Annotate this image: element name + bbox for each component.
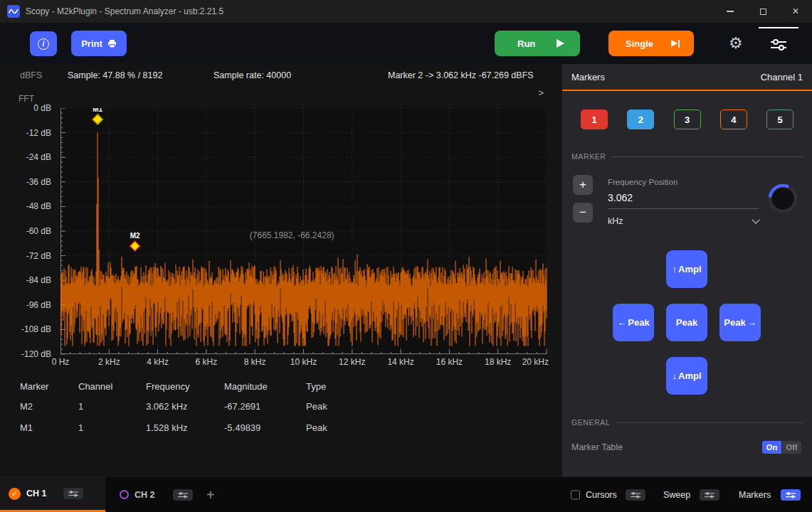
general-section-label: GENERAL xyxy=(571,418,610,427)
channel1-tab[interactable]: ✓ CH 1 xyxy=(0,477,105,512)
frequency-unit-value: kHz xyxy=(608,216,623,226)
peak-right-button[interactable]: Peak→ xyxy=(719,304,761,341)
sliders-icon xyxy=(705,491,715,498)
marker-table-off-button[interactable]: Off xyxy=(782,441,801,454)
x-tick-label: 12 kHz xyxy=(339,357,365,367)
svg-text:M1: M1 xyxy=(93,108,102,113)
arrow-right-icon: → xyxy=(747,317,756,328)
channel2-label: CH 2 xyxy=(135,490,154,500)
cursors-checkbox[interactable] xyxy=(571,490,580,499)
y-axis-unit-label: dBFS xyxy=(20,70,42,80)
close-icon: × xyxy=(792,6,798,17)
run-button-label: Run xyxy=(517,38,535,49)
frequency-value-input[interactable]: 3.062 xyxy=(608,192,759,209)
add-channel-button[interactable]: + xyxy=(206,486,215,503)
peak-button[interactable]: Peak xyxy=(666,304,707,341)
x-tick-label: 4 kHz xyxy=(147,357,169,367)
cursors-label: Cursors xyxy=(586,490,617,500)
sliders-icon xyxy=(786,491,796,498)
channel2-disabled-icon[interactable] xyxy=(120,490,129,499)
bottom-bar: ✓ CH 1 CH 2 + Cursors Sweep Markers xyxy=(0,476,812,512)
single-run-icon xyxy=(671,40,680,48)
peak-right-label: Peak xyxy=(724,317,745,328)
sweep-label: Sweep xyxy=(663,490,690,500)
close-button[interactable]: × xyxy=(779,0,812,23)
marker-table-header: Frequency xyxy=(146,381,189,392)
peak-left-button[interactable]: ←Peak xyxy=(613,304,654,341)
marker-select-button-2[interactable]: 2 xyxy=(627,110,654,129)
x-tick-label: 18 kHz xyxy=(485,357,511,367)
ampl-down-label: Ampl xyxy=(678,370,702,381)
x-tick-label: 20 kHz xyxy=(522,357,549,367)
y-tick-label: -120 dB xyxy=(21,348,51,360)
channel1-enabled-icon[interactable]: ✓ xyxy=(9,488,21,500)
right-panel-toggle-button[interactable] xyxy=(759,27,798,61)
marker-table-cell: -67.2691 xyxy=(224,401,260,412)
run-button[interactable]: Run xyxy=(495,31,580,56)
y-tick-label: -72 dB xyxy=(26,250,51,262)
channel2-tab[interactable]: CH 2 xyxy=(112,477,200,512)
channel1-label: CH 1 xyxy=(26,489,46,498)
minimize-button[interactable] xyxy=(714,0,747,23)
marker-table-header: Channel xyxy=(78,381,112,392)
check-icon: ✓ xyxy=(11,489,18,498)
section-divider xyxy=(612,156,803,157)
general-section-header: GENERAL xyxy=(571,418,803,427)
single-button[interactable]: Single xyxy=(608,31,694,56)
toolbar: i Print Run Single ⚙ xyxy=(0,23,812,64)
marker-table-cell: M2 xyxy=(20,401,33,412)
marker-table-cell: M1 xyxy=(20,422,33,433)
marker-table-cell: 1 xyxy=(78,401,83,412)
marker-table-header: Marker xyxy=(20,381,48,392)
sweep-settings-button[interactable] xyxy=(700,489,719,501)
print-button[interactable]: Print xyxy=(71,31,127,56)
marker-table-cell: -5.49839 xyxy=(224,422,260,433)
y-tick-label: -60 dB xyxy=(26,225,51,237)
info-icon: i xyxy=(38,38,49,50)
maximize-icon xyxy=(760,9,766,15)
y-tick-label: -24 dB xyxy=(26,151,51,163)
markers-settings-button[interactable] xyxy=(781,489,801,501)
channel2-settings-button[interactable] xyxy=(173,489,193,501)
marker-select-button-5[interactable]: 5 xyxy=(766,110,793,129)
gear-icon[interactable]: ⚙ xyxy=(729,34,743,53)
titlebar: Scopy - M2kPlugin - Spectrum Analyzer - … xyxy=(0,0,812,23)
marker-table-cell: 1.528 kHz xyxy=(146,422,188,433)
chevron-down-icon xyxy=(752,215,759,223)
x-tick-label: 0 Hz xyxy=(52,357,70,367)
panel-title: Markers xyxy=(571,72,605,82)
y-tick-label: -36 dB xyxy=(26,176,51,188)
channel1-settings-button[interactable] xyxy=(63,488,83,499)
amplitude-down-button[interactable]: ↓Ampl xyxy=(666,357,707,395)
y-tick-label: -96 dB xyxy=(26,299,51,311)
info-button[interactable]: i xyxy=(30,31,57,56)
chevron-right-icon[interactable]: > xyxy=(538,87,544,98)
marker-select-button-1[interactable]: 1 xyxy=(581,110,608,129)
frequency-position-label: Frequency Position xyxy=(608,178,677,186)
sample-status: Sample: 47.88 % / 8192 xyxy=(68,70,162,80)
marker-table-toggle-label: Marker Table xyxy=(571,442,623,452)
marker-table-on-button[interactable]: On xyxy=(762,441,781,454)
scopy-logo-icon xyxy=(7,5,20,18)
marker-select-button-3[interactable]: 3 xyxy=(674,110,701,129)
marker-select-button-4[interactable]: 4 xyxy=(720,110,747,129)
window-title: Scopy - M2kPlugin - Spectrum Analyzer - … xyxy=(26,6,223,16)
panel-channel-label[interactable]: Channel 1 xyxy=(761,72,803,82)
y-tick-label: 0 dB xyxy=(33,102,51,114)
x-tick-label: 8 kHz xyxy=(244,357,266,367)
cursors-settings-button[interactable] xyxy=(626,489,645,501)
frequency-increment-button[interactable]: + xyxy=(573,175,593,195)
frequency-knob[interactable] xyxy=(766,182,799,215)
marker-table-cell: 1 xyxy=(78,422,83,433)
maximize-button[interactable] xyxy=(747,0,779,23)
svg-text:M2: M2 xyxy=(130,232,140,240)
amplitude-up-button[interactable]: ↑Ampl xyxy=(666,250,707,288)
fft-label: FFT xyxy=(19,94,34,104)
marker-table: MarkerChannelFrequencyMagnitudeTypeM213.… xyxy=(0,381,384,474)
spectrum-plot[interactable]: M1M2(7665.1982, -66.2428) xyxy=(60,108,547,355)
frequency-decrement-button[interactable]: − xyxy=(573,203,593,223)
markers-label: Markers xyxy=(739,490,771,500)
marker-table-cell: Peak xyxy=(306,422,327,433)
frequency-unit-select[interactable]: kHz xyxy=(608,216,759,226)
app-window: Scopy - M2kPlugin - Spectrum Analyzer - … xyxy=(0,0,812,512)
